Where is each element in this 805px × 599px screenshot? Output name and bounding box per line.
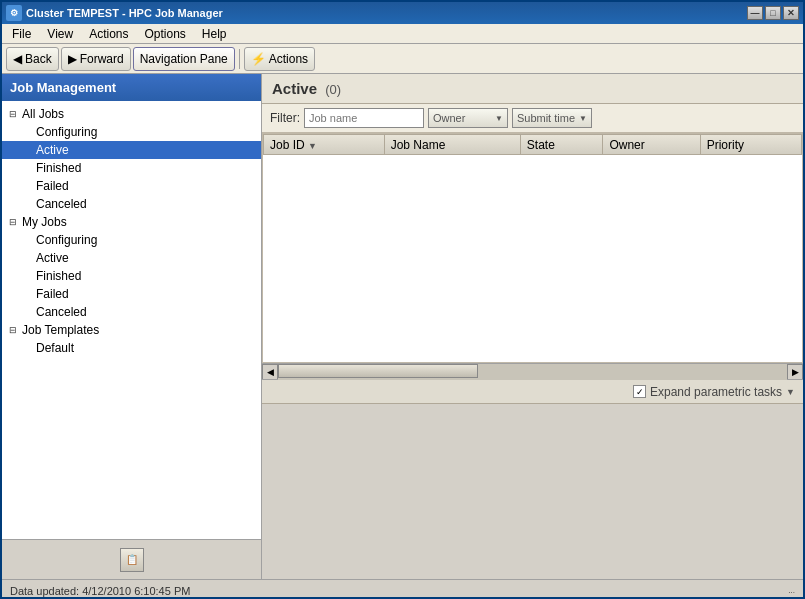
job-name-filter-input[interactable] [304, 108, 424, 128]
col-job-name[interactable]: Job Name [384, 135, 520, 155]
submit-time-filter-dropdown[interactable]: Submit time ▼ [512, 108, 592, 128]
col-priority[interactable]: Priority [700, 135, 801, 155]
menu-bar: File View Actions Options Help [2, 24, 803, 44]
filter-label: Filter: [270, 111, 300, 125]
minimize-button[interactable]: — [747, 6, 763, 20]
sort-arrow-icon: ▼ [308, 141, 317, 151]
col-job-name-label: Job Name [391, 138, 446, 152]
navigation-pane-button[interactable]: Navigation Pane [133, 47, 235, 71]
submit-time-dropdown-arrow-icon: ▼ [579, 114, 587, 123]
status-text: Data updated: 4/12/2010 6:10:45 PM [10, 585, 190, 597]
owner-filter-text: Owner [433, 112, 493, 124]
col-job-id-label: Job ID [270, 138, 305, 152]
sidebar: Job Management ⊟ All Jobs · Configuring … [2, 74, 262, 579]
col-state-label: State [527, 138, 555, 152]
sidebar-item-my-active[interactable]: · Active [2, 249, 261, 267]
owner-filter-dropdown[interactable]: Owner ▼ [428, 108, 508, 128]
my-finished-label: Finished [34, 268, 83, 284]
sidebar-item-my-jobs[interactable]: ⊟ My Jobs [2, 213, 261, 231]
sidebar-item-my-canceled[interactable]: · Canceled [2, 303, 261, 321]
all-failed-label: Failed [34, 178, 71, 194]
hscroll-right-button[interactable]: ▶ [787, 364, 803, 380]
all-active-label: Active [34, 142, 71, 158]
actions-button[interactable]: ⚡ Actions [244, 47, 315, 71]
content-header: Active (0) [262, 74, 803, 104]
menu-options[interactable]: Options [137, 25, 194, 43]
col-priority-label: Priority [707, 138, 744, 152]
expand-my-jobs-icon[interactable]: ⊟ [6, 215, 20, 229]
toolbar-separator [239, 49, 240, 69]
my-canceled-label: Canceled [34, 304, 89, 320]
sidebar-item-all-jobs[interactable]: ⊟ All Jobs [2, 105, 261, 123]
all-finished-label: Finished [34, 160, 83, 176]
all-jobs-label: All Jobs [20, 106, 66, 122]
back-button[interactable]: ◀ Back [6, 47, 59, 71]
expand-parametric-checkbox[interactable]: ✓ [633, 385, 646, 398]
forward-button[interactable]: ▶ Forward [61, 47, 131, 71]
back-label: Back [25, 52, 52, 66]
content-count: (0) [325, 82, 341, 97]
main-layout: Job Management ⊟ All Jobs · Configuring … [2, 74, 803, 579]
title-bar: ⚙ Cluster TEMPEST - HPC Job Manager — □ … [2, 2, 803, 24]
sidebar-item-all-finished[interactable]: · Finished [2, 159, 261, 177]
toolbar: ◀ Back ▶ Forward Navigation Pane ⚡ Actio… [2, 44, 803, 74]
back-icon: ◀ [13, 52, 22, 66]
table-header-row: Job ID ▼ Job Name State Owner [264, 135, 802, 155]
nav-pane-label: Navigation Pane [140, 52, 228, 66]
sidebar-item-default-template[interactable]: · Default [2, 339, 261, 357]
owner-dropdown-arrow-icon: ▼ [495, 114, 503, 123]
col-owner[interactable]: Owner [603, 135, 700, 155]
hscroll-track[interactable] [278, 364, 787, 380]
job-templates-label: Job Templates [20, 322, 101, 338]
close-button[interactable]: ✕ [783, 6, 799, 20]
col-owner-label: Owner [609, 138, 644, 152]
forward-icon: ▶ [68, 52, 77, 66]
default-template-label: Default [34, 340, 76, 356]
expand-parametric-label: Expand parametric tasks [650, 385, 782, 399]
all-configuring-label: Configuring [34, 124, 99, 140]
sidebar-title: Job Management [10, 80, 116, 95]
status-dots: ... [788, 586, 795, 595]
expand-templates-icon[interactable]: ⊟ [6, 323, 20, 337]
menu-view[interactable]: View [39, 25, 81, 43]
col-job-id[interactable]: Job ID ▼ [264, 135, 385, 155]
window-controls: — □ ✕ [747, 6, 799, 20]
menu-actions[interactable]: Actions [81, 25, 136, 43]
col-state[interactable]: State [520, 135, 603, 155]
menu-file[interactable]: File [4, 25, 39, 43]
menu-help[interactable]: Help [194, 25, 235, 43]
sidebar-item-job-templates[interactable]: ⊟ Job Templates [2, 321, 261, 339]
expand-all-jobs-icon[interactable]: ⊟ [6, 107, 20, 121]
bottom-toolbar: ✓ Expand parametric tasks ▼ [262, 380, 803, 404]
hscroll-left-button[interactable]: ◀ [262, 364, 278, 380]
bottom-panel: ✓ Expand parametric tasks ▼ [262, 379, 803, 579]
actions-label: Actions [269, 52, 308, 66]
forward-label: Forward [80, 52, 124, 66]
my-active-label: Active [34, 250, 71, 266]
filter-bar: Filter: Owner ▼ Submit time ▼ [262, 104, 803, 133]
horizontal-scrollbar[interactable]: ◀ ▶ [262, 363, 803, 379]
sidebar-item-my-failed[interactable]: · Failed [2, 285, 261, 303]
expand-dropdown-arrow-icon[interactable]: ▼ [786, 387, 795, 397]
sidebar-item-all-canceled[interactable]: · Canceled [2, 195, 261, 213]
my-configuring-label: Configuring [34, 232, 99, 248]
sidebar-footer-icon: 📋 [126, 554, 138, 565]
sidebar-item-all-active[interactable]: · Active [2, 141, 261, 159]
sidebar-header: Job Management [2, 74, 261, 101]
sidebar-footer-button[interactable]: 📋 [120, 548, 144, 572]
submit-time-filter-text: Submit time [517, 112, 577, 124]
sidebar-item-all-failed[interactable]: · Failed [2, 177, 261, 195]
sidebar-item-all-configuring[interactable]: · Configuring [2, 123, 261, 141]
sidebar-item-my-configuring[interactable]: · Configuring [2, 231, 261, 249]
jobs-table: Job ID ▼ Job Name State Owner [263, 134, 802, 155]
sidebar-item-my-finished[interactable]: · Finished [2, 267, 261, 285]
sidebar-tree: ⊟ All Jobs · Configuring · Active · Fini… [2, 101, 261, 539]
maximize-button[interactable]: □ [765, 6, 781, 20]
app-icon: ⚙ [6, 5, 22, 21]
hscroll-thumb[interactable] [278, 364, 478, 378]
my-jobs-label: My Jobs [20, 214, 69, 230]
content-title: Active [272, 80, 317, 97]
sidebar-footer: 📋 [2, 539, 261, 579]
window-title: Cluster TEMPEST - HPC Job Manager [26, 7, 747, 19]
jobs-table-wrapper[interactable]: Job ID ▼ Job Name State Owner [262, 133, 803, 363]
